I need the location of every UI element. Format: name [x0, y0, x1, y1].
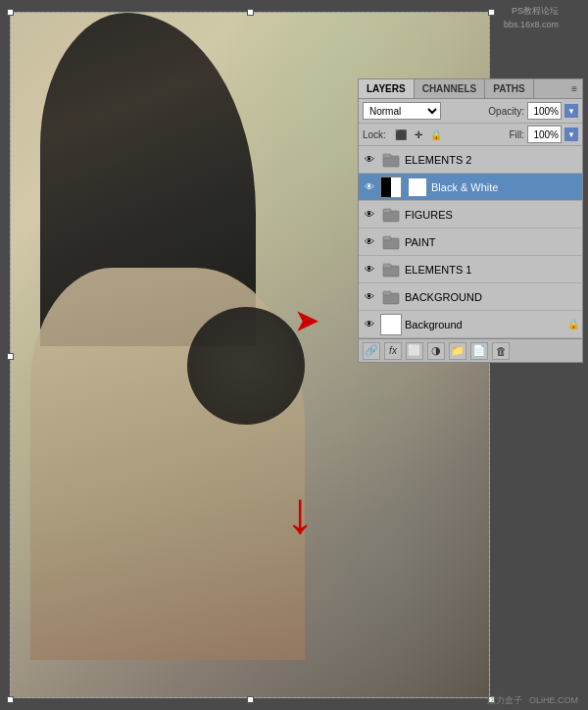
handle-bottom-left[interactable] [7, 696, 14, 703]
eye-icon-background[interactable]: 👁 [362, 317, 377, 332]
layer-thumb-background [380, 314, 402, 335]
new-layer-btn[interactable]: 📄 [470, 342, 488, 360]
opacity-dropdown-arrow[interactable]: ▼ [564, 104, 578, 118]
fill-label: Fill: [509, 129, 524, 140]
layer-name-background: Background [405, 319, 567, 330]
red-arrow-down-indicator: ↓ [285, 483, 315, 542]
layer-lock-icon: 🔒 [567, 319, 579, 330]
layer-row-figures[interactable]: 👁 FIGURES [359, 201, 582, 228]
layer-name-blackwhite: Black & White [431, 181, 579, 193]
layer-thumb-elements1 [380, 259, 402, 280]
handle-top-middle[interactable] [247, 9, 254, 16]
blend-mode-row: Normal Multiply Screen Overlay Opacity: … [359, 99, 582, 124]
layer-name-paint: PAINT [405, 236, 579, 248]
layer-row-blackwhite[interactable]: 👁 Black & White [359, 174, 582, 201]
new-folder-btn[interactable]: 📁 [449, 342, 466, 360]
svg-rect-3 [383, 209, 391, 213]
adjustment-btn[interactable]: ◑ [427, 342, 445, 360]
lock-label: Lock: [363, 129, 386, 140]
tab-layers[interactable]: LAYERS [359, 79, 415, 98]
add-mask-btn[interactable]: ⬜ [406, 342, 423, 360]
handle-left-middle[interactable] [7, 353, 14, 360]
lock-row: Lock: ⬛ ✛ 🔒 Fill: ▼ [359, 124, 582, 146]
layer-row-elements1[interactable]: 👁 ELEMENTS 1 [359, 256, 582, 283]
panel-tabs: LAYERS CHANNELS PATHS ≡ [359, 79, 582, 99]
svg-rect-9 [383, 291, 391, 295]
fill-input[interactable] [527, 126, 562, 143]
handle-top-right[interactable] [488, 9, 495, 16]
eye-icon-elements1[interactable]: 👁 [362, 262, 377, 278]
handle-bottom-middle[interactable] [247, 696, 254, 703]
layer-name-elements2: ELEMENTS 2 [405, 154, 579, 166]
fx-btn[interactable]: fx [384, 342, 402, 360]
layer-name-elements1: ELEMENTS 1 [405, 264, 579, 276]
layer-row-paint[interactable]: 👁 PAINT [359, 228, 582, 256]
layer-row-background[interactable]: 👁 Background 🔒 [359, 311, 582, 338]
canvas-area: ➤ ↓ PS教程论坛 bbs.16x8.com LAYERS CHANNELS … [0, 0, 588, 710]
opacity-input[interactable] [527, 102, 562, 120]
svg-rect-7 [383, 264, 391, 268]
svg-rect-1 [383, 154, 391, 158]
layer-name-background-folder: BACKGROUND [405, 291, 579, 303]
delete-layer-btn[interactable]: 🗑 [492, 342, 510, 360]
layer-name-figures: FIGURES [405, 209, 579, 221]
opacity-label: Opacity: [488, 106, 524, 117]
lock-all-icon[interactable]: 🔒 [429, 127, 443, 141]
layer-thumb-blackwhite [380, 177, 402, 198]
panel-menu-icon[interactable]: ≡ [566, 81, 582, 96]
eye-icon-elements2[interactable]: 👁 [362, 152, 377, 168]
layer-thumb-background-folder [380, 286, 402, 308]
layer-row-background-folder[interactable]: 👁 BACKGROUND [359, 283, 582, 311]
fill-dropdown-arrow[interactable]: ▼ [564, 127, 578, 141]
blend-mode-select[interactable]: Normal Multiply Screen Overlay [363, 102, 441, 120]
watermark: PS教程论坛 bbs.16x8.com [504, 4, 559, 31]
panel-toolbar: 🔗 fx ⬜ ◑ 📁 📄 🗑 [359, 338, 582, 362]
eye-icon-paint[interactable]: 👁 [362, 234, 377, 250]
layer-mask-blackwhite [408, 178, 427, 197]
layer-row-elements2[interactable]: 👁 ELEMENTS 2 [359, 146, 582, 174]
lock-pixels-icon[interactable]: ⬛ [394, 127, 408, 141]
svg-rect-5 [383, 236, 391, 240]
tab-paths[interactable]: PATHS [485, 79, 533, 98]
eye-icon-blackwhite[interactable]: 👁 [362, 179, 377, 195]
tab-channels[interactable]: CHANNELS [415, 79, 486, 98]
lock-move-icon[interactable]: ✛ [412, 127, 425, 141]
eye-icon-background-folder[interactable]: 👁 [362, 289, 377, 305]
handle-top-left[interactable] [7, 9, 14, 16]
red-arrow-right-indicator: ➤ [295, 305, 318, 337]
layer-thumb-elements2 [380, 149, 402, 171]
layer-thumb-figures [380, 204, 402, 226]
branding: 活力盒子 OLiHE.COM [487, 694, 578, 707]
link-layers-btn[interactable]: 🔗 [363, 342, 380, 360]
eye-icon-figures[interactable]: 👁 [362, 207, 377, 223]
layers-panel: LAYERS CHANNELS PATHS ≡ Normal Multiply … [358, 78, 583, 363]
layer-thumb-paint [380, 231, 402, 253]
